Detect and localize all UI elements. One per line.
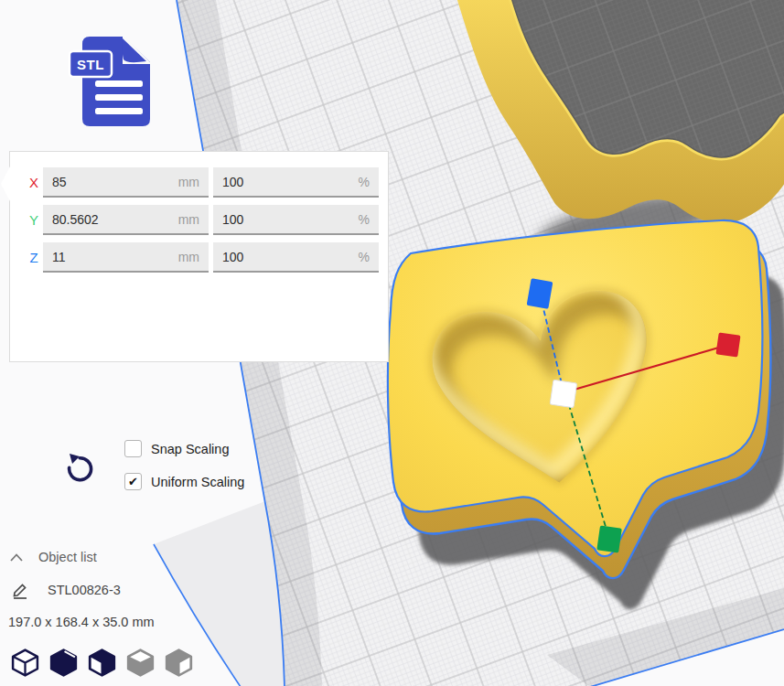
stl-line-1 <box>95 80 143 87</box>
view-right-button[interactable] <box>164 647 194 678</box>
scale-row-x: X 85 mm 100 % <box>10 167 388 199</box>
scale-handle-z[interactable] <box>527 278 553 309</box>
camera-view-toolbar <box>10 647 194 678</box>
scale-z-mm-value: 11 <box>52 250 66 264</box>
scale-x-mm-unit: mm <box>178 175 199 189</box>
cura-workspace: STL X 85 mm 100 % Y 80.5602 mm 100 % <box>0 0 784 686</box>
scale-z-percent-unit: % <box>359 250 370 264</box>
pencil-icon <box>11 581 29 599</box>
scale-x-percent-unit: % <box>359 175 370 189</box>
object-name: STL00826-3 <box>48 583 121 597</box>
scale-row-z: Z 11 mm 100 % <box>10 242 388 274</box>
scale-row-y: Y 80.5602 mm 100 % <box>10 205 388 237</box>
stl-line-3 <box>95 108 143 114</box>
axis-label-x: X <box>27 175 41 190</box>
axis-label-y: Y <box>27 212 41 228</box>
snap-scaling-row[interactable]: Snap Scaling <box>124 440 229 457</box>
scale-z-percent-field[interactable]: 100 % <box>213 242 379 273</box>
stl-file-badge: STL <box>66 31 165 134</box>
view-left-button[interactable] <box>125 647 156 678</box>
view-3d-button[interactable] <box>10 647 40 678</box>
scale-handle-y[interactable] <box>596 525 622 552</box>
scale-z-percent-value: 100 <box>222 250 243 264</box>
stl-line-2 <box>95 94 143 101</box>
scale-x-mm-field[interactable]: 85 mm <box>43 167 209 198</box>
reset-icon <box>61 448 98 485</box>
view-top-button[interactable] <box>87 647 117 678</box>
object-list-header[interactable]: Object list <box>9 550 97 564</box>
scale-y-percent-unit: % <box>359 212 370 227</box>
stl-label-text: STL <box>77 57 104 72</box>
scale-y-mm-field[interactable]: 80.5602 mm <box>43 205 209 235</box>
view-front-button[interactable] <box>48 647 79 678</box>
scale-y-mm-value: 80.5602 <box>52 212 99 227</box>
uniform-scaling-label: Uniform Scaling <box>151 475 244 489</box>
scale-y-mm-unit: mm <box>178 212 199 227</box>
scale-handle-x[interactable] <box>715 332 740 357</box>
scale-y-percent-field[interactable]: 100 % <box>213 205 379 235</box>
scale-tool-panel: X 85 mm 100 % Y 80.5602 mm 100 % Z <box>9 151 389 362</box>
scale-x-percent-field[interactable]: 100 % <box>213 167 379 198</box>
axis-label-z: Z <box>27 250 41 265</box>
snap-scaling-checkbox[interactable] <box>124 440 142 457</box>
scale-x-percent-value: 100 <box>222 175 243 189</box>
scale-handle-uniform[interactable] <box>550 380 577 407</box>
object-list-item[interactable]: STL00826-3 <box>11 581 121 599</box>
stl-fold-flap <box>123 38 146 62</box>
uniform-scaling-checkbox[interactable] <box>124 473 142 490</box>
scale-y-percent-value: 100 <box>222 212 243 227</box>
object-dimensions: 197.0 x 168.4 x 35.0 mm <box>8 615 155 629</box>
snap-scaling-label: Snap Scaling <box>151 442 229 456</box>
reset-scale-button[interactable] <box>61 448 98 485</box>
scale-z-mm-field[interactable]: 11 mm <box>43 242 209 273</box>
uniform-scaling-row[interactable]: Uniform Scaling <box>124 473 244 490</box>
object-list-title: Object list <box>38 550 97 564</box>
chevron-up-icon <box>9 552 24 563</box>
panel-arrow <box>1 165 11 203</box>
scale-x-mm-value: 85 <box>52 175 67 189</box>
scale-z-mm-unit: mm <box>178 250 199 264</box>
